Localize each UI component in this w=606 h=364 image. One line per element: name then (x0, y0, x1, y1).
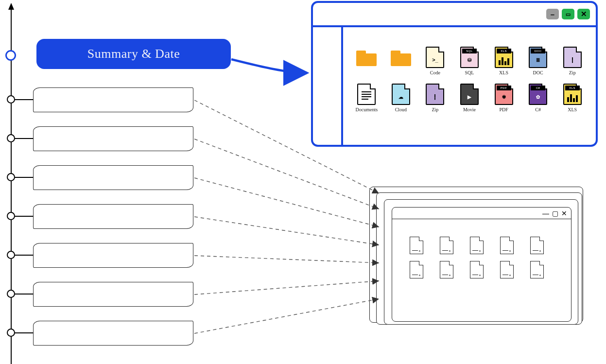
sketch-maximize-icon[interactable]: ▢ (552, 209, 558, 217)
timeline-node (7, 212, 15, 220)
file-label: C# (535, 107, 541, 113)
file-xls[interactable]: XLSXLS (559, 84, 585, 113)
timeline-connector (15, 177, 33, 178)
file-icon: ┇ (563, 47, 582, 68)
stacked-window-front: — ▢ ✕ (392, 207, 571, 322)
svg-line-6 (194, 299, 379, 333)
file-icon: DOC≣ (529, 47, 547, 68)
file-cloud[interactable]: ☁Cloud (388, 84, 414, 113)
timeline-connector (15, 332, 33, 333)
file-label: DOC (533, 70, 543, 76)
file-c#[interactable]: C#✿C# (525, 84, 551, 113)
file-label: PDF (499, 107, 508, 113)
timeline-connector (15, 138, 33, 139)
close-button[interactable]: ✕ (577, 9, 590, 19)
sketch-doc (470, 237, 484, 254)
timeline-node (7, 329, 15, 337)
file-label: Documents (356, 107, 378, 113)
timeline-connector (15, 255, 33, 256)
folder-icon (356, 51, 377, 66)
window-sidebar (313, 27, 343, 145)
file-folder[interactable] (354, 47, 380, 76)
summary-title: Summary & Date (87, 47, 180, 61)
file-label: Movie (463, 107, 476, 113)
timeline-entry (33, 87, 193, 112)
file-browser-window: – ▭ ✕ >_CodeSQL⛁SQLXLSXLSDOC≣DOC┇ZipDocu… (311, 1, 598, 147)
file-icon: XLS (495, 47, 513, 68)
timeline-node (7, 173, 15, 181)
svg-line-3 (194, 217, 379, 245)
file-movie[interactable]: ▶Movie (457, 84, 483, 113)
timeline-entry (33, 165, 193, 190)
file-icon: XLS (563, 84, 582, 105)
file-zip[interactable]: ┇Zip (559, 47, 585, 76)
timeline-entry (33, 321, 193, 346)
sketch-doc (530, 261, 544, 278)
file-label: Code (430, 70, 440, 76)
sketch-doc (500, 237, 514, 254)
sketch-file-grid (392, 219, 571, 287)
timeline-node (7, 251, 15, 259)
file-grid: >_CodeSQL⛁SQLXLSXLSDOC≣DOC┇ZipDocuments☁… (354, 47, 585, 113)
file-code[interactable]: >_Code (422, 47, 448, 76)
folder-icon (391, 51, 411, 66)
file-icon (357, 84, 376, 105)
svg-line-1 (194, 139, 379, 209)
file-doc[interactable]: DOC≣DOC (525, 47, 551, 76)
file-sql[interactable]: SQL⛁SQL (457, 47, 483, 76)
sketch-titlebar: — ▢ ✕ (392, 208, 571, 219)
timeline-connector (15, 99, 33, 100)
sketch-doc (500, 261, 514, 278)
file-label: XLS (499, 70, 508, 76)
sketch-close-icon[interactable]: ✕ (561, 209, 567, 217)
file-icon: ┇ (426, 84, 444, 105)
file-folder[interactable] (388, 47, 414, 76)
file-label: Cloud (395, 107, 407, 113)
timeline-connector (15, 294, 33, 295)
timeline-entry (33, 243, 193, 268)
file-icon: PDF✾ (495, 84, 513, 105)
file-label: Zip (569, 70, 576, 76)
timeline-node (7, 95, 15, 104)
file-label: SQL (465, 70, 474, 76)
file-icon: ▶ (460, 84, 479, 105)
file-pdf[interactable]: PDF✾PDF (491, 84, 517, 113)
file-icon: >_ (426, 47, 444, 68)
svg-line-4 (194, 256, 379, 263)
timeline-node (7, 290, 15, 298)
file-icon: ☁ (392, 84, 410, 105)
file-icon: SQL⛁ (460, 47, 479, 68)
file-label: XLS (568, 107, 577, 113)
file-xls[interactable]: XLSXLS (491, 47, 517, 76)
sketch-minimize-icon[interactable]: — (542, 209, 549, 217)
file-documents[interactable]: Documents (354, 84, 380, 113)
timeline-connector (15, 216, 33, 217)
sketch-doc (470, 261, 484, 278)
timeline-entry (33, 282, 193, 307)
minimize-button[interactable]: – (546, 9, 559, 19)
sketch-doc (410, 237, 423, 254)
sketch-doc (440, 237, 453, 254)
sketch-doc (410, 261, 423, 278)
file-label: Zip (432, 107, 438, 113)
svg-line-5 (194, 281, 379, 295)
diagram-canvas: Summary & Date – ▭ ✕ >_CodeSQL⛁SQLXLSXLS… (0, 0, 606, 364)
file-zip[interactable]: ┇Zip (422, 84, 448, 113)
window-content: >_CodeSQL⛁SQLXLSXLSDOC≣DOC┇ZipDocuments☁… (343, 27, 596, 145)
window-titlebar: – ▭ ✕ (313, 3, 596, 27)
summary-date-bar: Summary & Date (36, 39, 231, 69)
timeline-entry (33, 204, 193, 229)
sketch-doc (530, 237, 544, 254)
sketch-doc (440, 261, 453, 278)
timeline-entry (33, 126, 193, 151)
maximize-button[interactable]: ▭ (562, 9, 574, 19)
timeline-node (7, 134, 15, 142)
file-icon: C#✿ (529, 84, 547, 105)
timeline-node-summary (5, 50, 16, 61)
svg-line-2 (194, 178, 379, 227)
